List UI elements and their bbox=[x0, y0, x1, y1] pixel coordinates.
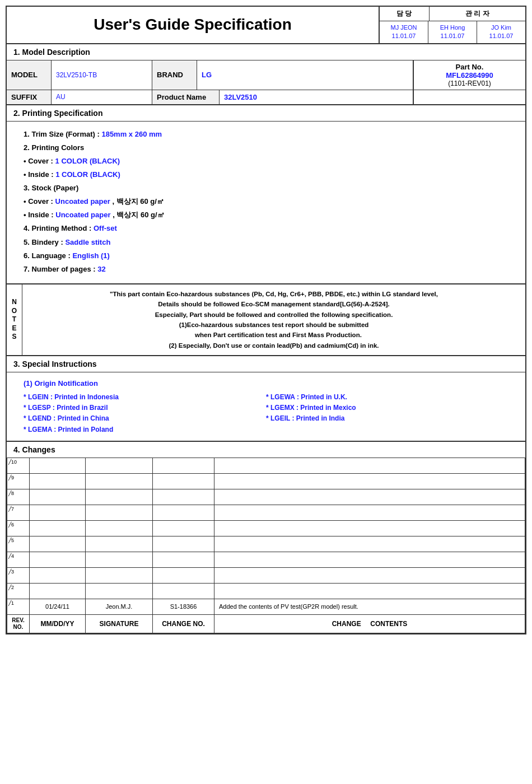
date-cell-8 bbox=[30, 489, 86, 505]
spec-item-10: 6. Language : English (1) bbox=[24, 250, 508, 262]
contents-cell-1: Added the contents of PV test(GP2R model… bbox=[214, 599, 525, 614]
changeno-cell-7 bbox=[153, 505, 214, 520]
section4-header: 4. Changes bbox=[7, 441, 525, 458]
section2-header: 2. Printing Specification bbox=[7, 105, 525, 122]
spec-item-3: • Cover : 1 COLOR (BLACK) bbox=[24, 155, 508, 167]
table-footer-row: REV.NO. MM/DD/YY SIGNATURE CHANGE NO. CH… bbox=[7, 614, 525, 633]
approver-eh-hong: EH Hong11.01.07 bbox=[428, 21, 477, 43]
table-row: ╱5 bbox=[7, 536, 525, 552]
changeno-cell-5 bbox=[153, 536, 214, 552]
changeno-cell-9 bbox=[153, 473, 214, 489]
brand-value: LG bbox=[197, 60, 413, 90]
table-row: ╱1 01/24/11 Jeon.M.J. S1-18366 Added the… bbox=[7, 599, 525, 614]
section3-content: (1) Origin Notification * LGEIN : Printe… bbox=[7, 372, 525, 441]
section3-header: 3. Special Instructions bbox=[7, 356, 525, 372]
table-row: ╱2 bbox=[7, 583, 525, 599]
rev-cell-4: ╱4 bbox=[7, 552, 30, 567]
approval-label-2: 관 리 자 bbox=[430, 7, 525, 21]
origin-col-right: * LGEWA : Printed in U.K. * LGEMX : Prin… bbox=[266, 392, 508, 435]
table-row: ╱8 bbox=[7, 489, 525, 505]
col-rev-no: REV.NO. bbox=[7, 614, 30, 633]
model-block: MODEL 32LV2510-TB BRAND LG Part No. MFL6… bbox=[7, 60, 525, 105]
approval-block: 담 당 관 리 자 MJ JEON11.01.07 EH Hong11.01.0… bbox=[380, 7, 525, 43]
header-row: User's Guide Specification 담 당 관 리 자 MJ … bbox=[7, 7, 525, 44]
rev-cell-1: ╱1 bbox=[7, 599, 30, 614]
sig-cell-5 bbox=[86, 536, 153, 552]
section2-content: 1. Trim Size (Format) : 185mm x 260 mm 2… bbox=[7, 122, 525, 284]
spec-item-6: • Cover : Uncoated paper , 백상지 60 g/㎡ bbox=[24, 195, 508, 208]
date-cell-10 bbox=[30, 458, 86, 473]
model-row: MODEL 32LV2510-TB BRAND LG Part No. MFL6… bbox=[7, 60, 525, 90]
sig-cell-6 bbox=[86, 520, 153, 536]
date-cell-1: 01/24/11 bbox=[30, 599, 86, 614]
spec-item-4: • Inside : 1 COLOR (BLACK) bbox=[24, 169, 508, 181]
changeno-cell-6 bbox=[153, 520, 214, 536]
date-cell-2 bbox=[30, 583, 86, 599]
spec-item-7: • Inside : Uncoated paper , 백상지 60 g/㎡ bbox=[24, 209, 508, 221]
title-cell: User's Guide Specification bbox=[7, 7, 380, 43]
contents-cell-3 bbox=[214, 567, 525, 583]
spec-item-11: 7. Number of pages : 32 bbox=[24, 263, 508, 276]
sig-cell-4 bbox=[86, 552, 153, 567]
origin-grid: * LGEIN : Printed in Indonesia * LGESP :… bbox=[24, 392, 508, 435]
part-no-rev: (1101-REV01) bbox=[448, 80, 491, 87]
changeno-cell-1: S1-18366 bbox=[153, 599, 214, 614]
contents-cell-7 bbox=[214, 505, 525, 520]
contents-cell-2 bbox=[214, 583, 525, 599]
notes-label: N O T E S bbox=[7, 284, 22, 355]
section2-title: 2. Printing Specification bbox=[13, 109, 519, 118]
changeno-cell-3 bbox=[153, 567, 214, 583]
changes-table: ╱10 ╱9 ╱8 ╱7 bbox=[7, 458, 525, 633]
table-row: ╱10 bbox=[7, 458, 525, 473]
approval-labels: 담 당 관 리 자 bbox=[380, 7, 525, 21]
spec-item-9: 5. Bindery : Saddle stitch bbox=[24, 236, 508, 249]
contents-cell-5 bbox=[214, 536, 525, 552]
suffix-row: SUFFIX AU Product Name 32LV2510 bbox=[7, 90, 525, 104]
section4-title: 4. Changes bbox=[13, 445, 519, 454]
sig-cell-8 bbox=[86, 489, 153, 505]
section1-header: 1. Model Description bbox=[7, 44, 525, 60]
rev-cell-10: ╱10 bbox=[7, 458, 30, 473]
table-row: ╱4 bbox=[7, 552, 525, 567]
rev-cell-5: ╱5 bbox=[7, 536, 30, 552]
origin-col-left: * LGEIN : Printed in Indonesia * LGESP :… bbox=[24, 392, 266, 435]
contents-cell-10 bbox=[214, 458, 525, 473]
changeno-cell-2 bbox=[153, 583, 214, 599]
origin-lgein: * LGEIN : Printed in Indonesia bbox=[24, 392, 266, 403]
origin-lgewa: * LGEWA : Printed in U.K. bbox=[266, 392, 508, 403]
contents-cell-8 bbox=[214, 489, 525, 505]
origin-lgeil: * LGEIL : Printed in India bbox=[266, 413, 508, 424]
section3-title: 3. Special Instructions bbox=[13, 360, 519, 368]
sig-cell-1: Jeon.M.J. bbox=[86, 599, 153, 614]
approval-label-1: 담 당 bbox=[380, 7, 430, 21]
product-name-value: 32LV2510 bbox=[220, 90, 413, 104]
origin-lgend: * LGEND : Printed in China bbox=[24, 413, 266, 424]
approval-values: MJ JEON11.01.07 EH Hong11.01.07 JO Kim11… bbox=[380, 21, 525, 43]
spec-item-8: 4. Printing Method : Off-set bbox=[24, 222, 508, 235]
table-row: ╱3 bbox=[7, 567, 525, 583]
brand-label: BRAND bbox=[152, 60, 197, 90]
rev-cell-9: ╱9 bbox=[7, 473, 30, 489]
changeno-cell-10 bbox=[153, 458, 214, 473]
notes-block: N O T E S "This part contain Eco-hazardo… bbox=[7, 284, 525, 356]
spec-item-1: 1. Trim Size (Format) : 185mm x 260 mm bbox=[24, 128, 508, 141]
date-cell-9 bbox=[30, 473, 86, 489]
contents-cell-6 bbox=[214, 520, 525, 536]
origin-lgemx: * LGEMX : Printed in Mexico bbox=[266, 403, 508, 413]
sig-cell-9 bbox=[86, 473, 153, 489]
approver-mj-jeon: MJ JEON11.01.07 bbox=[380, 21, 428, 43]
table-row: ╱7 bbox=[7, 505, 525, 520]
date-cell-3 bbox=[30, 567, 86, 583]
suffix-label: SUFFIX bbox=[7, 90, 52, 104]
contents-cell-4 bbox=[214, 552, 525, 567]
model-label: MODEL bbox=[7, 60, 52, 90]
suffix-value: AU bbox=[52, 90, 152, 104]
date-cell-4 bbox=[30, 552, 86, 567]
table-row: ╱9 bbox=[7, 473, 525, 489]
date-cell-6 bbox=[30, 520, 86, 536]
sig-cell-2 bbox=[86, 583, 153, 599]
table-row: ╱6 bbox=[7, 520, 525, 536]
col-date: MM/DD/YY bbox=[30, 614, 86, 633]
page-title: User's Guide Specification bbox=[94, 16, 292, 34]
origin-lgema: * LGEMA : Printed in Poland bbox=[24, 424, 266, 435]
